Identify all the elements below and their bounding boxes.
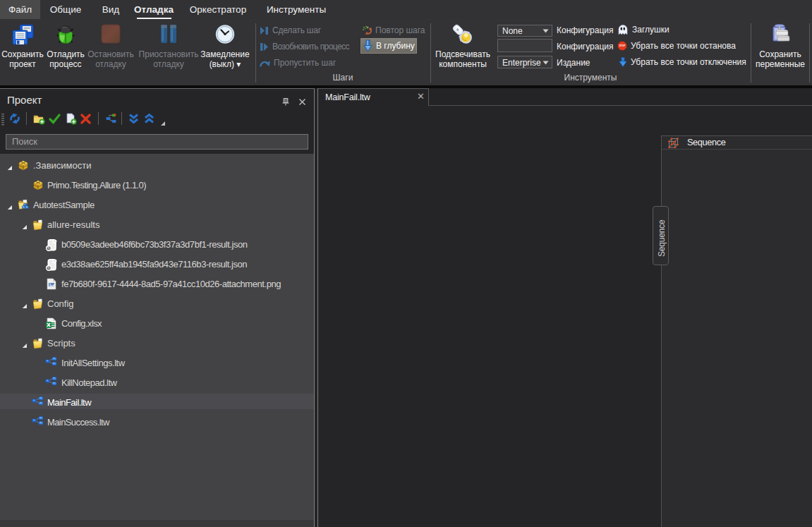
svg-text:STOP: STOP — [619, 44, 626, 47]
